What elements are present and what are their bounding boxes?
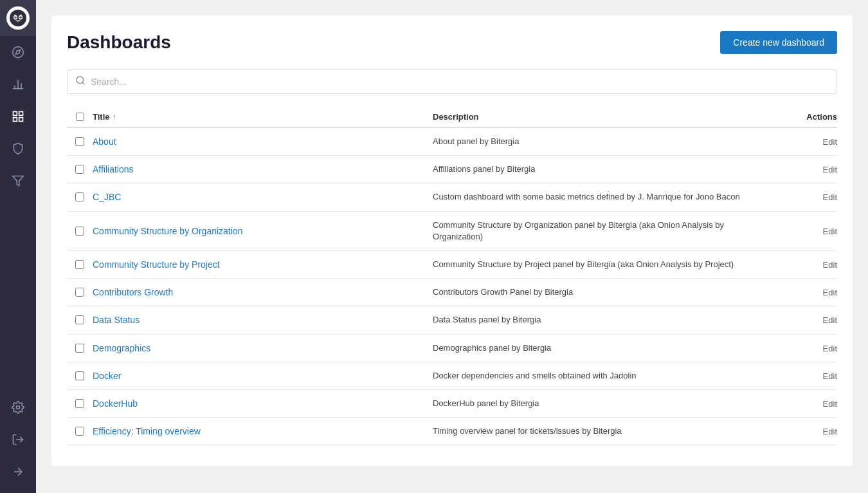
nav-collapse[interactable] (0, 456, 36, 488)
grid-icon (12, 110, 24, 123)
search-input[interactable] (91, 70, 829, 93)
dashboard-link[interactable]: Efficiency: Timing overview (93, 426, 201, 436)
svg-rect-13 (14, 112, 17, 116)
edit-button[interactable]: Edit (823, 192, 837, 202)
owl-logo (6, 6, 30, 30)
table-row: Data Status Data Status panel by Bitergi… (67, 306, 837, 334)
row-checkbox-container (67, 192, 93, 201)
row-actions: Edit (773, 314, 837, 326)
dashboard-link[interactable]: Affiliations (93, 164, 134, 174)
row-actions: Edit (773, 259, 837, 270)
dashboard-link[interactable]: C_JBC (93, 192, 121, 202)
row-checkbox[interactable] (75, 137, 84, 146)
edit-button[interactable]: Edit (823, 399, 837, 409)
edit-button[interactable]: Edit (823, 427, 837, 436)
sidebar (0, 0, 36, 493)
edit-button[interactable]: Edit (823, 227, 837, 236)
nav-signout[interactable] (0, 423, 36, 456)
svg-line-22 (82, 82, 84, 84)
nav-settings[interactable] (0, 391, 36, 423)
row-checkbox[interactable] (75, 288, 84, 297)
dashboard-link[interactable]: Community Structure by Project (93, 259, 220, 270)
settings-icon (12, 401, 24, 414)
row-description: Affiliations panel by Bitergia (433, 163, 773, 175)
nav-dashboards[interactable] (0, 100, 36, 133)
create-dashboard-button[interactable]: Create new dashboard (720, 31, 837, 54)
svg-point-3 (14, 16, 17, 19)
table-row: Community Structure by Organization Comm… (67, 212, 837, 251)
dashboard-link[interactable]: Contributors Growth (93, 287, 173, 297)
table-row: Community Structure by Project Community… (67, 251, 837, 279)
row-checkbox[interactable] (75, 227, 84, 236)
nav-charts[interactable] (0, 68, 36, 100)
logo-container (0, 0, 36, 36)
row-checkbox-container (67, 137, 93, 146)
dashboard-link[interactable]: DockerHub (93, 398, 138, 409)
svg-rect-14 (19, 112, 23, 116)
page-header: Dashboards Create new dashboard (67, 31, 837, 54)
edit-button[interactable]: Edit (823, 371, 837, 381)
svg-point-0 (10, 10, 26, 26)
row-title-cell: Demographics (93, 342, 433, 354)
row-checkbox-container (67, 371, 93, 380)
row-description: Timing overview panel for tickets/issues… (433, 425, 773, 437)
svg-point-21 (77, 77, 84, 84)
row-checkbox[interactable] (75, 315, 84, 324)
svg-point-5 (15, 17, 16, 17)
edit-button[interactable]: Edit (823, 315, 837, 325)
row-title-cell: Contributors Growth (93, 286, 433, 298)
owl-icon (9, 9, 27, 27)
dashboards-table: Title ↑ Description Actions About About … (67, 107, 837, 445)
row-actions: Edit (773, 370, 837, 382)
svg-point-18 (17, 406, 20, 409)
row-title-cell: Efficiency: Timing overview (93, 425, 433, 437)
select-all-checkbox[interactable] (76, 113, 84, 121)
dashboard-link[interactable]: Community Structure by Organization (93, 226, 242, 236)
row-checkbox[interactable] (75, 192, 84, 201)
table-row: Affiliations Affiliations panel by Biter… (67, 156, 837, 183)
table-row: About About panel by Bitergia Edit (67, 128, 837, 156)
row-checkbox[interactable] (75, 165, 84, 174)
dashboard-link[interactable]: Demographics (93, 343, 150, 353)
dashboard-link[interactable]: Data Status (93, 315, 140, 325)
edit-button[interactable]: Edit (823, 260, 837, 270)
edit-button[interactable]: Edit (823, 288, 837, 297)
row-title-cell: Data Status (93, 314, 433, 326)
row-checkbox-container (67, 315, 93, 324)
row-checkbox[interactable] (75, 371, 84, 380)
row-actions: Edit (773, 225, 837, 237)
filter-icon (12, 174, 24, 187)
row-description: Community Structure by Organization pane… (433, 219, 773, 243)
row-title-cell: C_JBC (93, 191, 433, 203)
row-checkbox-container (67, 344, 93, 353)
search-container (67, 70, 837, 94)
row-checkbox[interactable] (75, 399, 84, 408)
edit-button[interactable]: Edit (823, 137, 837, 147)
edit-button[interactable]: Edit (823, 344, 837, 353)
row-title-cell: Affiliations (93, 163, 433, 175)
dashboard-link[interactable]: About (93, 136, 116, 147)
table-row: DockerHub DockerHub panel by Bitergia Ed… (67, 390, 837, 418)
table-header: Title ↑ Description Actions (67, 107, 837, 128)
edit-button[interactable]: Edit (823, 165, 837, 174)
row-checkbox[interactable] (75, 427, 84, 436)
row-checkbox[interactable] (75, 344, 84, 353)
row-checkbox-container (67, 260, 93, 269)
row-description: Contributors Growth Panel by Bitergia (433, 286, 773, 298)
compass-icon (12, 46, 24, 59)
svg-marker-17 (13, 176, 24, 186)
row-actions: Edit (773, 398, 837, 409)
row-checkbox[interactable] (75, 260, 84, 269)
nav-filter[interactable] (0, 165, 36, 197)
svg-point-7 (13, 47, 24, 58)
row-description: Custom dashboard with some basic metrics… (433, 191, 773, 203)
nav-shield[interactable] (0, 133, 36, 165)
table-row: Efficiency: Timing overview Timing overv… (67, 418, 837, 445)
row-actions: Edit (773, 163, 837, 175)
row-title-cell: Docker (93, 370, 433, 382)
dashboard-link[interactable]: Docker (93, 371, 121, 381)
nav-explore[interactable] (0, 36, 36, 68)
row-actions: Edit (773, 191, 837, 203)
row-checkbox-container (67, 288, 93, 297)
row-title-cell: Community Structure by Project (93, 259, 433, 270)
